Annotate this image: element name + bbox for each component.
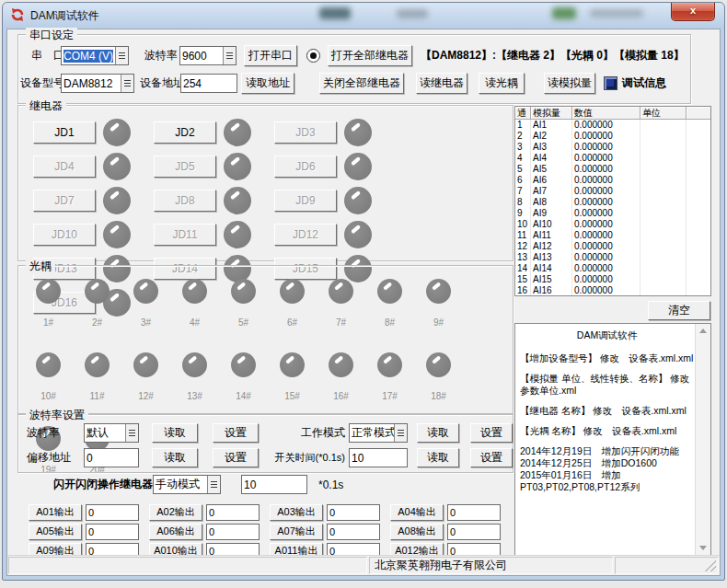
resize-grip-icon[interactable] bbox=[705, 560, 716, 571]
relay-button[interactable]: JD4 bbox=[33, 156, 96, 178]
output-field[interactable] bbox=[447, 524, 501, 540]
col-header-channel[interactable]: 通 bbox=[515, 107, 531, 120]
output-button[interactable]: A02输出 bbox=[149, 504, 202, 521]
relay-button[interactable]: JD12 bbox=[274, 224, 337, 246]
switchtime-set-button[interactable]: 设置 bbox=[470, 448, 513, 467]
output-button[interactable]: A05输出 bbox=[29, 524, 82, 540]
table-row[interactable]: 8 AI8 0.000000 bbox=[515, 197, 710, 208]
output-input[interactable] bbox=[328, 525, 379, 539]
read-opto-button[interactable]: 读光耦 bbox=[479, 73, 525, 94]
table-row[interactable]: 7 AI7 0.000000 bbox=[515, 186, 710, 197]
workmode-read-button[interactable]: 读取 bbox=[417, 423, 459, 443]
table-row[interactable]: 9 AI9 0.000000 bbox=[515, 208, 710, 219]
offset-set-button[interactable]: 设置 bbox=[213, 448, 259, 467]
output-button[interactable]: A07输出 bbox=[270, 524, 323, 540]
baud-set-button[interactable]: 设置 bbox=[213, 423, 259, 443]
clear-button[interactable]: 清空 bbox=[648, 301, 710, 320]
log-scrollbar[interactable] bbox=[695, 324, 710, 555]
close-all-relays-button[interactable]: 关闭全部继电器 bbox=[319, 73, 404, 94]
table-row[interactable]: 12 AI12 0.000000 bbox=[515, 241, 710, 252]
table-row[interactable]: 16 AI16 0.000000 bbox=[515, 285, 710, 296]
output-field[interactable] bbox=[327, 524, 380, 540]
workmode-combobox[interactable]: 正常模式 bbox=[349, 423, 408, 443]
workmode-set-button[interactable]: 设置 bbox=[470, 423, 513, 443]
col-header-value[interactable]: 数值 bbox=[572, 107, 640, 120]
offset-field[interactable] bbox=[84, 448, 139, 467]
table-row[interactable]: 5 AI5 0.000000 bbox=[515, 164, 710, 175]
model-combobox[interactable]: DAM8812 bbox=[61, 74, 134, 93]
relay-button[interactable]: JD9 bbox=[274, 190, 337, 212]
relay-button[interactable]: JD2 bbox=[154, 121, 216, 144]
relay-button[interactable]: JD1 bbox=[33, 121, 96, 144]
switchtime-input[interactable] bbox=[350, 449, 407, 467]
relay-button[interactable]: JD10 bbox=[33, 224, 96, 246]
col-header-extra[interactable] bbox=[687, 107, 710, 120]
baud-read-button[interactable]: 读取 bbox=[152, 423, 198, 443]
baud-setting-combobox[interactable]: 默认 bbox=[84, 423, 139, 443]
table-row[interactable]: 3 AI3 0.000000 bbox=[515, 142, 710, 153]
relay-button[interactable]: JD6 bbox=[274, 156, 337, 178]
table-row[interactable]: 14 AI14 0.000000 bbox=[515, 263, 710, 274]
output-button[interactable]: A01输出 bbox=[29, 504, 82, 521]
port-combobox[interactable]: COM4 (V) bbox=[61, 46, 129, 65]
log-panel[interactable]: DAM调试软件 【增加设备型号】 修改 设备表.xml.xml【模拟量 单位、线… bbox=[514, 323, 711, 556]
relay-button[interactable]: JD7 bbox=[33, 190, 96, 212]
offset-read-button[interactable]: 读取 bbox=[152, 448, 198, 467]
table-row[interactable]: 10 AI10 0.000000 bbox=[515, 219, 710, 230]
switchtime-field[interactable] bbox=[349, 448, 408, 467]
flash-time-input[interactable] bbox=[242, 476, 306, 493]
dropdown-button[interactable] bbox=[394, 424, 407, 442]
table-row[interactable]: 6 AI6 0.000000 bbox=[515, 175, 710, 186]
col-header-unit[interactable]: 单位 bbox=[640, 107, 687, 120]
read-analog-button[interactable]: 读模拟量 bbox=[544, 73, 595, 94]
output-button[interactable]: A04输出 bbox=[390, 504, 444, 521]
dropdown-button[interactable] bbox=[125, 424, 138, 442]
table-row[interactable]: 4 AI4 0.000000 bbox=[515, 153, 710, 164]
output-input[interactable] bbox=[448, 525, 500, 539]
open-port-button[interactable]: 打开串口 bbox=[244, 45, 297, 66]
table-row[interactable]: 13 AI13 0.000000 bbox=[515, 252, 710, 263]
output-field[interactable] bbox=[86, 524, 139, 540]
output-button[interactable]: A03输出 bbox=[270, 504, 323, 521]
dropdown-button[interactable] bbox=[115, 47, 128, 64]
dropdown-button[interactable] bbox=[121, 75, 133, 92]
read-relay-button[interactable]: 读继电器 bbox=[416, 73, 467, 94]
table-row[interactable]: 11 AI11 0.000000 bbox=[515, 230, 710, 241]
open-all-relays-button[interactable]: 打开全部继电器 bbox=[328, 45, 412, 66]
offset-input[interactable] bbox=[85, 449, 138, 467]
col-header-name[interactable]: 模拟量 bbox=[531, 107, 572, 120]
output-input[interactable] bbox=[87, 525, 138, 539]
output-input[interactable] bbox=[448, 505, 500, 520]
scroll-down-button[interactable] bbox=[696, 541, 710, 555]
dropdown-button[interactable] bbox=[207, 476, 220, 493]
address-field[interactable] bbox=[180, 74, 237, 93]
output-input[interactable] bbox=[87, 505, 138, 520]
baud-combobox[interactable]: 9600 bbox=[179, 46, 237, 65]
output-input[interactable] bbox=[328, 505, 379, 520]
port-status-radio[interactable] bbox=[306, 49, 320, 63]
address-input[interactable] bbox=[181, 75, 237, 92]
relay-button[interactable]: JD8 bbox=[154, 190, 216, 212]
output-field[interactable] bbox=[86, 504, 139, 521]
relay-button[interactable]: JD5 bbox=[154, 156, 216, 178]
output-field[interactable] bbox=[206, 524, 260, 540]
output-button[interactable]: A08输出 bbox=[390, 524, 444, 540]
read-address-button[interactable]: 读取地址 bbox=[241, 73, 294, 94]
flash-time-field[interactable] bbox=[241, 475, 307, 494]
relay-button[interactable]: JD11 bbox=[154, 224, 216, 246]
relay-button[interactable]: JD3 bbox=[274, 121, 337, 144]
scroll-up-button[interactable] bbox=[696, 324, 710, 338]
output-input[interactable] bbox=[207, 525, 259, 539]
switchtime-read-button[interactable]: 读取 bbox=[417, 448, 459, 467]
dropdown-button[interactable] bbox=[223, 47, 236, 64]
table-row[interactable]: 2 AI2 0.000000 bbox=[515, 131, 710, 142]
table-row[interactable]: 1 AI1 0.000000 bbox=[515, 120, 710, 131]
output-field[interactable] bbox=[447, 504, 501, 521]
output-field[interactable] bbox=[327, 504, 380, 521]
title-bar[interactable]: DAM调试软件 x bbox=[3, 3, 724, 28]
output-button[interactable]: A06输出 bbox=[149, 524, 202, 540]
flash-mode-combobox[interactable]: 手动模式 bbox=[153, 475, 221, 494]
output-field[interactable] bbox=[206, 504, 260, 521]
output-input[interactable] bbox=[207, 505, 259, 520]
table-row[interactable]: 15 AI15 0.000000 bbox=[515, 274, 710, 285]
